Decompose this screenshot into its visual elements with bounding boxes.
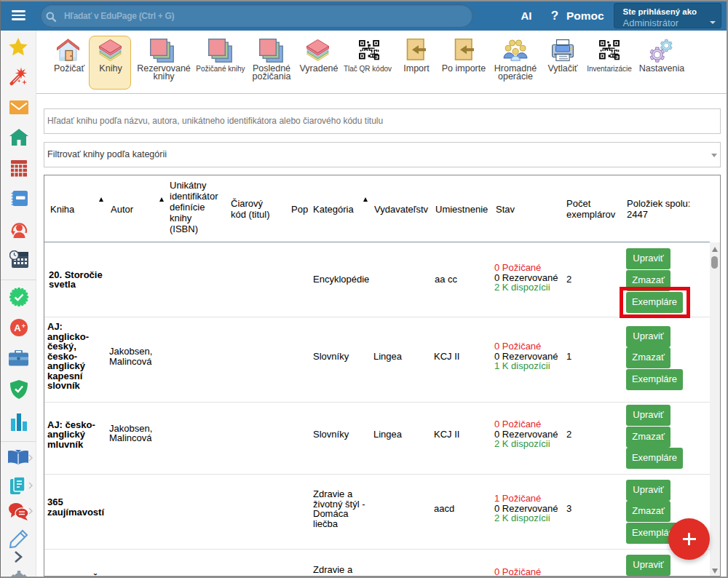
svg-text:+: + <box>22 322 25 330</box>
svg-text:A: A <box>14 322 21 333</box>
